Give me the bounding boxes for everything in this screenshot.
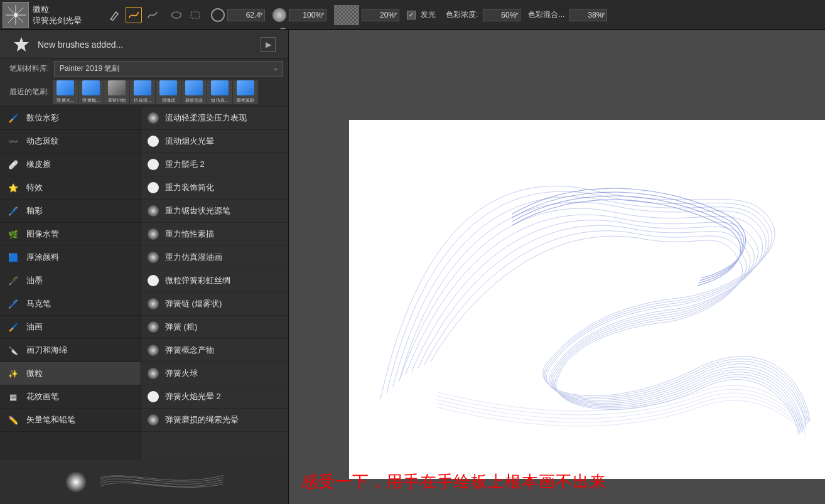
recent-brush-thumb[interactable]: 雾状抖动 — [104, 80, 129, 104]
recent-brush-thumb[interactable]: 弹簧光... — [53, 80, 78, 104]
brush-item[interactable]: 弹簧火焰光晕 2 — [141, 385, 288, 409]
brush-label: 弹簧概念产物 — [165, 345, 214, 356]
canvas[interactable] — [349, 120, 825, 479]
category-item[interactable]: 🟦厚涂颜料 — [0, 246, 141, 269]
rect-tool-icon[interactable] — [187, 7, 203, 23]
category-item[interactable]: ▦花纹画笔 — [0, 385, 141, 409]
brush-item[interactable]: 微粒弹簧彩虹丝绸 — [141, 269, 288, 292]
brush-item[interactable]: 弹簧火球 — [141, 362, 288, 385]
brush-label: 弹簧 (粗) — [165, 321, 197, 333]
category-icon: ⭐ — [6, 181, 20, 195]
color-intensity-input[interactable]: 60% — [483, 9, 520, 21]
stroke-freehand-icon[interactable] — [126, 7, 142, 23]
stroke-preview — [0, 460, 288, 504]
category-item[interactable]: ⭐特效 — [0, 176, 141, 200]
recent-brush-thumb[interactable]: 弹簧概... — [78, 80, 104, 104]
brush-label: 重力仿真湿油画 — [165, 252, 222, 263]
glow-checkbox[interactable]: ✓ — [407, 11, 416, 19]
stroke-line-icon[interactable] — [144, 7, 161, 23]
size-group: 62.4 — [211, 8, 265, 22]
category-icon: 🩹 — [6, 158, 20, 171]
play-button[interactable]: ▶ — [261, 37, 276, 52]
recent-brush-thumb[interactable]: 湿海绵 — [156, 80, 181, 104]
brush-dab-icon — [148, 321, 159, 333]
brush-label: 流动轻柔渲染压力表现 — [165, 112, 247, 124]
brush-label: 微粒弹簧彩虹丝绸 — [165, 275, 230, 286]
brush-item[interactable]: 重力仿真湿油画 — [141, 246, 288, 269]
brush-item[interactable]: 流动轻柔渲染压力表现 — [141, 107, 288, 130]
brush-item[interactable]: 流动烟火光晕 — [141, 130, 288, 153]
recent-brush-thumb[interactable]: 鬃毛笔刷 — [233, 80, 258, 104]
recent-thumbs: 弹簧光...弹簧概...雾状抖动仿真湿...湿海绵斑纹洗涤短仿真...鬃毛笔刷 — [53, 80, 258, 104]
brush-item[interactable]: 弹簧概念产物 — [141, 339, 288, 362]
grain-texture-icon[interactable] — [334, 5, 359, 25]
category-item[interactable]: 🖋️油墨 — [0, 269, 141, 292]
brush-label: 重力装饰简化 — [165, 182, 214, 193]
category-item[interactable]: 🖊️马克笔 — [0, 292, 141, 316]
category-icon: 🖌️ — [6, 111, 20, 125]
grain-value-input[interactable]: 20% — [362, 9, 399, 21]
category-label: 数位水彩 — [26, 112, 59, 124]
category-icon: ✨ — [6, 367, 20, 380]
svg-point-8 — [65, 471, 87, 493]
brush-dab-icon — [148, 275, 159, 286]
category-item[interactable]: 🌿图像水管 — [0, 223, 141, 246]
opacity-icon[interactable] — [272, 8, 286, 22]
category-item[interactable]: ✨微粒 — [0, 362, 141, 385]
category-icon: 〰️ — [6, 134, 20, 148]
glow-group: ✓ 发光 — [407, 9, 438, 20]
brush-item[interactable]: 重力锯齿状光源笔 — [141, 200, 288, 223]
category-item[interactable]: 🖌️油画 — [0, 316, 141, 339]
category-icon: 🖊️ — [6, 204, 20, 218]
ellipse-tool-icon[interactable] — [168, 7, 185, 23]
recent-brush-thumb[interactable]: 仿真湿... — [130, 80, 155, 104]
category-label: 橡皮擦 — [26, 159, 51, 170]
brush-label: 弹簧火焰光晕 2 — [165, 391, 221, 402]
brush-category-label: 微粒 — [33, 4, 82, 15]
category-item[interactable]: 🩹橡皮擦 — [0, 153, 141, 176]
category-list[interactable]: 🖌️数位水彩〰️动态斑纹🩹橡皮擦⭐特效🖊️釉彩🌿图像水管🟦厚涂颜料🖋️油墨🖊️马… — [0, 107, 141, 460]
category-item[interactable]: 🖊️釉彩 — [0, 200, 141, 223]
category-icon: ✏️ — [6, 413, 20, 427]
dab-brush-icon[interactable] — [107, 7, 123, 23]
recent-brush-thumb[interactable]: 斑纹洗涤 — [181, 80, 207, 104]
brush-item[interactable]: 重力惰性素描 — [141, 223, 288, 246]
shape-group — [168, 7, 203, 23]
brush-list[interactable]: 流动轻柔渲染压力表现流动烟火光晕重力鬃毛 2重力装饰简化重力锯齿状光源笔重力惰性… — [141, 107, 288, 460]
brush-preview-thumb[interactable] — [3, 2, 29, 28]
canvas-area: 感受一下，用手在手绘板上根本画不出来 — [289, 30, 825, 504]
annotation-text: 感受一下，用手在手绘板上根本画不出来 — [301, 471, 607, 493]
new-brushes-icon — [13, 36, 30, 53]
brush-dab-icon — [148, 252, 159, 263]
brush-item[interactable]: 弹簧磨损的绳索光晕 — [141, 409, 288, 432]
color-blend-group: 色彩混合... 38% — [528, 9, 607, 21]
category-item[interactable]: 🖌️数位水彩 — [0, 107, 141, 130]
category-label: 花纹画笔 — [26, 391, 59, 402]
svg-rect-6 — [191, 12, 199, 18]
category-item[interactable]: ✏️矢量笔和铅笔 — [0, 409, 141, 432]
size-value-input[interactable]: 62.4 — [227, 9, 265, 21]
library-label: 笔刷材料库: — [5, 63, 49, 74]
category-label: 马克笔 — [26, 298, 51, 309]
category-icon: 🟦 — [6, 250, 20, 264]
color-intensity-group: 色彩浓度: 60% — [446, 9, 520, 21]
category-item[interactable]: 🔪画刀和海绵 — [0, 339, 141, 362]
brush-item[interactable]: 重力装饰简化 — [141, 176, 288, 200]
brush-panel: ≡ New brushes added... ▶ 笔刷材料库: Painter … — [0, 30, 289, 504]
library-select[interactable]: Painter 2019 笔刷 — [54, 61, 283, 77]
recent-brush-thumb[interactable]: 短仿真... — [207, 80, 232, 104]
category-label: 厚涂颜料 — [26, 252, 59, 263]
brush-label: 弹簧磨损的绳索光晕 — [165, 414, 239, 426]
brush-item[interactable]: 弹簧 (粗) — [141, 316, 288, 339]
library-row: 笔刷材料库: Painter 2019 笔刷 — [0, 59, 288, 78]
color-blend-input[interactable]: 38% — [569, 9, 607, 21]
brush-title: 微粒 弹簧光剑光晕 — [33, 4, 82, 26]
category-item[interactable]: 〰️动态斑纹 — [0, 130, 141, 153]
brush-item[interactable]: 弹簧链 (烟雾状) — [141, 292, 288, 316]
brush-item[interactable]: 重力鬃毛 2 — [141, 153, 288, 176]
brush-dab-icon — [148, 136, 159, 147]
brush-label: 重力惰性素描 — [165, 228, 214, 240]
opacity-value-input[interactable]: 100% — [289, 9, 326, 21]
category-icon: 🌿 — [6, 227, 20, 241]
size-outer-icon[interactable] — [211, 8, 225, 22]
